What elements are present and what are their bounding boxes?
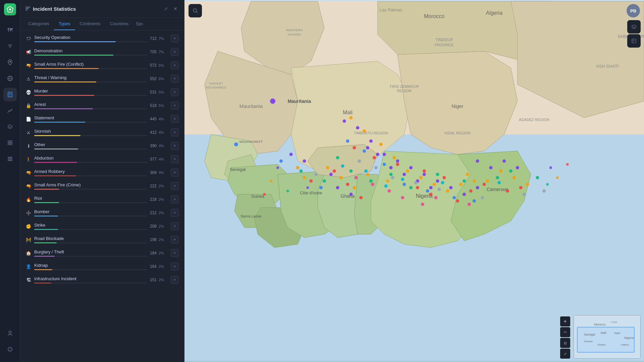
svg-text:WESTERN: WESTERN xyxy=(286,28,303,32)
nav-help[interactable]: ? xyxy=(3,343,17,356)
incident-item-burglary-theft[interactable]: 🏠 Burglary / Theft 184 2% + xyxy=(20,246,184,260)
incident-item-armed-robbery[interactable]: 🔫 Armed Robbery 369 4% + xyxy=(20,166,184,179)
incident-item-bomber[interactable]: ➕ Bomber 212 2% + xyxy=(20,206,184,220)
incident-item-demonstration[interactable]: 📢 Demonstration 705 7% + xyxy=(20,45,184,59)
incident-item-skirmish[interactable]: ⚔ Skirmish 412 4% + xyxy=(20,126,184,139)
svg-point-152 xyxy=(401,196,404,199)
tab-categories[interactable]: Categories xyxy=(23,18,54,30)
item-icon-small-arms-fire-conflict: 🔫 xyxy=(25,63,32,68)
item-add-btn-bomber[interactable]: + xyxy=(171,209,179,217)
item-add-btn-small-arms-fire-crime[interactable]: + xyxy=(171,182,179,190)
item-bar-statement xyxy=(34,122,147,123)
nav-filter[interactable] xyxy=(3,40,17,53)
tab-continents[interactable]: Continents xyxy=(75,18,105,30)
user-avatar[interactable]: PB xyxy=(627,4,640,17)
svg-point-80 xyxy=(516,166,519,169)
item-bar-fill-murder xyxy=(34,95,94,96)
item-add-btn-security-operation[interactable]: + xyxy=(171,35,179,43)
nav-chart[interactable] xyxy=(3,104,17,117)
item-bar-fill-abduction xyxy=(34,162,77,163)
nav-list[interactable] xyxy=(3,152,17,166)
item-count-small-arms-fire-crime: 222 xyxy=(150,184,157,188)
zoom-reset-button[interactable]: ⊡ xyxy=(560,338,570,348)
incident-item-strike[interactable]: ✊ Strike 208 2% + xyxy=(20,220,184,233)
svg-point-166 xyxy=(306,186,309,189)
item-add-btn-abduction[interactable]: + xyxy=(171,155,179,163)
tab-types[interactable]: Types xyxy=(54,18,75,30)
map-topbar: PB xyxy=(189,4,640,17)
item-add-btn-kidnap[interactable]: + xyxy=(171,262,179,270)
svg-point-151 xyxy=(388,189,391,193)
item-icon-infrastructure-incident: 🏗 xyxy=(25,278,32,283)
incident-item-arrest[interactable]: 🔒 Arrest 518 5% + xyxy=(20,99,184,112)
item-count-other: 390 xyxy=(150,143,157,148)
tab-countries[interactable]: Countries xyxy=(105,18,133,30)
panel-header: Incident Statistics ⤢ ✕ xyxy=(20,0,184,18)
svg-point-117 xyxy=(506,189,509,193)
svg-point-56 xyxy=(356,126,359,129)
item-add-btn-arrest[interactable]: + xyxy=(171,102,179,110)
item-add-btn-statement[interactable]: + xyxy=(171,115,179,123)
svg-point-116 xyxy=(456,199,459,203)
item-stats-infrastructure-incident: 151 2% xyxy=(150,278,168,282)
layer-button-2[interactable] xyxy=(627,34,641,48)
map-area[interactable]: Morocco Las Palmas Algeria TINDOUF PROVI… xyxy=(184,0,644,362)
item-add-btn-murder[interactable]: + xyxy=(171,88,179,96)
item-bar-riot xyxy=(34,202,147,203)
item-add-btn-threat-warning[interactable]: + xyxy=(171,75,179,83)
nav-user[interactable] xyxy=(3,326,17,340)
fullscreen-button[interactable]: ⤢ xyxy=(560,349,570,359)
incident-item-riot[interactable]: 🔥 Riot 218 2% + xyxy=(20,193,184,206)
item-pct-other: 4% xyxy=(159,144,168,148)
svg-point-97 xyxy=(303,176,306,179)
item-add-btn-skirmish[interactable]: + xyxy=(171,128,179,136)
incident-item-small-arms-fire-crime[interactable]: 🔫 Small Arms Fire (Crime) 222 2% + xyxy=(20,179,184,193)
item-name-road-blockade: Road Blockade xyxy=(34,236,147,242)
incident-item-statement[interactable]: 📄 Statement 445 4% + xyxy=(20,112,184,126)
nav-map[interactable]: 🗺 xyxy=(3,23,17,37)
svg-point-120 xyxy=(349,169,353,173)
tab-more[interactable]: Se› xyxy=(133,18,146,30)
item-add-btn-other[interactable]: + xyxy=(171,142,179,150)
nav-location[interactable] xyxy=(3,56,17,69)
incident-item-murder[interactable]: 💀 Murder 531 5% + xyxy=(20,85,184,99)
nav-report[interactable] xyxy=(3,88,17,101)
item-add-btn-riot[interactable]: + xyxy=(171,195,179,203)
incident-item-abduction[interactable]: 🚶 Abduction 377 4% + xyxy=(20,153,184,166)
svg-point-131 xyxy=(346,139,349,143)
svg-text:KIDAL REGION: KIDAL REGION xyxy=(444,131,470,135)
item-bar-other xyxy=(34,148,147,149)
layer-button-1[interactable] xyxy=(627,20,641,34)
map-search-button[interactable] xyxy=(189,4,202,17)
item-bar-fill-skirmish xyxy=(34,135,80,136)
svg-text:Sierra Leone: Sierra Leone xyxy=(240,214,261,218)
close-button[interactable]: ✕ xyxy=(172,5,179,13)
zoom-out-button[interactable]: − xyxy=(560,327,570,337)
svg-point-143 xyxy=(414,181,418,184)
incident-item-security-operation[interactable]: 🛡 Security Operation 712 7% + xyxy=(20,32,184,45)
zoom-in-button[interactable]: + xyxy=(560,316,570,326)
app-logo[interactable] xyxy=(4,3,16,15)
incident-item-other[interactable]: ℹ Other 390 4% + xyxy=(20,139,184,153)
item-add-btn-armed-robbery[interactable]: + xyxy=(171,169,179,177)
item-add-btn-strike[interactable]: + xyxy=(171,222,179,230)
item-add-btn-road-blockade[interactable]: + xyxy=(171,236,179,244)
incident-item-small-arms-fire-conflict[interactable]: 🔫 Small Arms Fire (Conflict) 572 6% + xyxy=(20,59,184,72)
svg-point-124 xyxy=(436,173,439,176)
nav-globe[interactable] xyxy=(3,72,17,85)
item-name-other: Other xyxy=(34,142,147,148)
nav-grid[interactable] xyxy=(3,136,17,149)
incident-item-road-blockade[interactable]: 🚧 Road Blockade 198 2% + xyxy=(20,233,184,246)
expand-button[interactable]: ⤢ xyxy=(163,5,169,13)
item-add-btn-infrastructure-incident[interactable]: + xyxy=(171,276,179,284)
item-add-btn-small-arms-fire-conflict[interactable]: + xyxy=(171,61,179,69)
incident-item-infrastructure-incident[interactable]: 🏗 Infrastructure Incident 151 2% + xyxy=(20,273,184,287)
item-add-btn-burglary-theft[interactable]: + xyxy=(171,249,179,257)
incident-item-kidnap[interactable]: 👤 Kidnap 164 2% + xyxy=(20,260,184,273)
item-add-btn-demonstration[interactable]: + xyxy=(171,48,179,56)
nav-layers[interactable] xyxy=(3,120,17,133)
item-bar-threat-warning xyxy=(34,81,147,82)
item-name-threat-warning: Threat / Warning xyxy=(34,75,147,81)
item-name-wrap-arrest: Arrest xyxy=(34,102,147,109)
incident-item-threat-warning[interactable]: ⚠ Threat / Warning 552 6% + xyxy=(20,72,184,85)
